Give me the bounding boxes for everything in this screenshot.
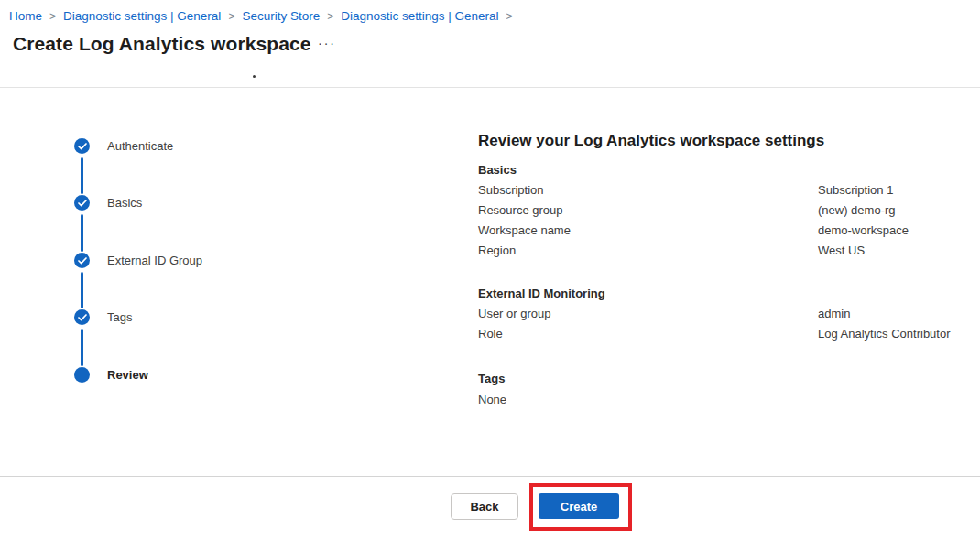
breadcrumb-link-home[interactable]: Home — [9, 9, 42, 23]
breadcrumb-link-diagnostic-settings-2[interactable]: Diagnostic settings | General — [341, 9, 498, 23]
section-title: External ID Monitoring — [478, 287, 968, 301]
header-divider — [0, 87, 980, 88]
review-row: Subscription Subscription 1 — [478, 178, 968, 198]
page-title: Create Log Analytics workspace — [13, 33, 311, 55]
stray-dot — [253, 75, 256, 78]
chevron-right-icon: > — [506, 10, 514, 23]
step-connector — [81, 329, 83, 366]
review-row-label: Workspace name — [478, 223, 818, 238]
chevron-right-icon: > — [326, 10, 334, 23]
chevron-right-icon: > — [49, 10, 57, 23]
breadcrumb-link-diagnostic-settings[interactable]: Diagnostic settings | General — [63, 9, 221, 23]
review-section-external-id-monitoring: External ID Monitoring User or group adm… — [478, 287, 968, 341]
step-connector — [81, 214, 83, 252]
tags-none-value: None — [478, 393, 968, 406]
review-row-label: Subscription — [478, 183, 818, 198]
review-row-value: Log Analytics Contributor — [818, 327, 951, 341]
check-circle-icon — [74, 195, 90, 211]
check-circle-icon — [74, 138, 90, 154]
review-row-value: West US — [818, 243, 865, 258]
check-circle-icon — [74, 309, 90, 325]
review-row-value: demo-workspace — [818, 223, 909, 238]
review-row: User or group admin — [478, 301, 968, 321]
review-row-label: User or group — [478, 307, 818, 321]
wizard-step-label: Authenticate — [107, 139, 173, 153]
wizard-step-authenticate[interactable]: Authenticate — [74, 138, 173, 154]
back-button[interactable]: Back — [451, 493, 518, 520]
review-heading: Review your Log Analytics workspace sett… — [478, 130, 968, 152]
breadcrumb: Home > Diagnostic settings | General > S… — [9, 9, 514, 23]
wizard-step-review[interactable]: Review — [74, 367, 148, 383]
chevron-right-icon: > — [227, 10, 235, 23]
review-row-label: Resource group — [478, 203, 818, 218]
wizard-step-basics[interactable]: Basics — [74, 195, 142, 211]
review-row-label: Region — [478, 243, 818, 258]
review-row-value: admin — [818, 307, 850, 321]
review-row-value: Subscription 1 — [818, 183, 893, 198]
wizard-step-label: External ID Group — [107, 254, 202, 267]
review-row: Resource group (new) demo-rg — [478, 198, 968, 218]
review-row: Role Log Analytics Contributor — [478, 321, 968, 341]
footer-divider — [0, 476, 980, 477]
current-step-dot-icon — [74, 367, 90, 383]
review-row: Region West US — [478, 238, 968, 258]
create-button[interactable]: Create — [539, 493, 619, 519]
panel-divider — [441, 87, 441, 476]
review-row: Workspace name demo-workspace — [478, 218, 968, 238]
step-connector — [81, 272, 83, 308]
wizard-step-external-id-group[interactable]: External ID Group — [74, 253, 202, 268]
review-row-value: (new) demo-rg — [818, 203, 896, 218]
wizard-step-label: Tags — [107, 310, 132, 324]
section-title: Basics — [478, 163, 968, 178]
wizard-step-tags[interactable]: Tags — [74, 309, 132, 325]
review-section-tags: Tags None — [478, 372, 968, 406]
more-options-button[interactable]: ··· — [318, 37, 336, 49]
review-row-label: Role — [478, 327, 818, 341]
section-title: Tags — [478, 372, 968, 386]
breadcrumb-link-security-store[interactable]: Security Store — [242, 9, 320, 23]
review-panel: Review your Log Analytics workspace sett… — [478, 130, 968, 406]
wizard-step-label: Review — [107, 368, 148, 382]
wizard-step-label: Basics — [107, 196, 142, 210]
step-connector — [81, 157, 83, 194]
review-section-basics: Basics Subscription Subscription 1 Resou… — [478, 163, 968, 258]
check-circle-icon — [74, 253, 90, 268]
